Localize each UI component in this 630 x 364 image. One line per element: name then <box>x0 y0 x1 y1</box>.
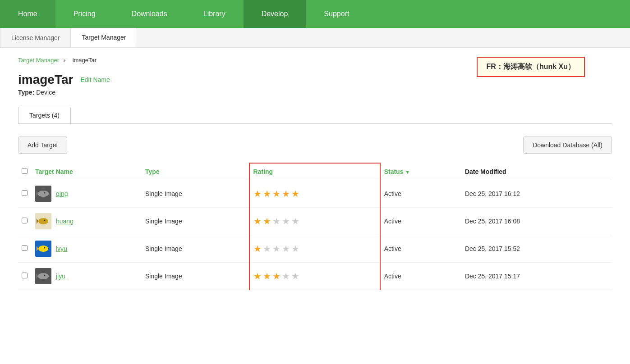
star-empty-icon[interactable]: ★ <box>263 243 271 254</box>
row-checkbox-cell <box>18 180 32 208</box>
target-status: Active <box>380 208 461 235</box>
star-filled-icon[interactable]: ★ <box>253 188 262 199</box>
svg-point-2 <box>44 192 46 194</box>
target-type: Single Image <box>142 180 249 208</box>
nav-downloads[interactable]: Downloads <box>114 0 185 28</box>
target-rating: ★★★★★ <box>249 235 380 263</box>
fr-annotation-box: FR：海涛高软（hunk Xu） <box>477 57 585 77</box>
star-filled-icon[interactable]: ★ <box>253 216 262 227</box>
target-type: Single Image <box>142 208 249 235</box>
status-sort-icon: ▼ <box>405 169 410 175</box>
star-empty-icon[interactable]: ★ <box>291 216 299 227</box>
star-filled-icon[interactable]: ★ <box>253 243 262 254</box>
subnav-target-manager[interactable]: Target Manager <box>71 28 137 47</box>
star-filled-icon[interactable]: ★ <box>272 188 281 199</box>
target-date-modified: Dec 25, 2017 16:08 <box>461 208 612 235</box>
row-checkbox[interactable] <box>22 245 28 251</box>
targets-table: Target Name Type Rating Status ▼ Date Mo… <box>18 163 612 290</box>
tab-targets[interactable]: Targets (4) <box>18 107 71 123</box>
svg-marker-4 <box>37 218 38 224</box>
svg-point-3 <box>38 218 48 224</box>
sub-navigation: License Manager Target Manager <box>0 28 630 48</box>
nav-home[interactable]: Home <box>0 0 55 28</box>
table-row: jiyuSingle Image★★★★★ActiveDec 25, 2017 … <box>18 263 612 290</box>
main-content: FR：海涛高软（hunk Xu） Target Manager › imageT… <box>0 48 630 299</box>
breadcrumb-current: imageTar <box>73 57 97 64</box>
row-checkbox-cell <box>18 235 32 263</box>
th-date-modified: Date Modified <box>461 163 612 180</box>
svg-marker-10 <box>37 273 38 279</box>
target-name-link[interactable]: qing <box>56 190 68 197</box>
target-name-link[interactable]: lvyu <box>56 245 67 252</box>
target-status: Active <box>380 180 461 208</box>
star-empty-icon[interactable]: ★ <box>291 271 299 282</box>
svg-point-5 <box>44 220 46 221</box>
nav-develop[interactable]: Develop <box>244 0 306 28</box>
star-filled-icon[interactable]: ★ <box>263 216 271 227</box>
target-status: Active <box>380 263 461 290</box>
target-type: Single Image <box>142 263 249 290</box>
target-name-link[interactable]: huang <box>56 218 74 225</box>
nav-pricing[interactable]: Pricing <box>55 0 114 28</box>
row-checkbox-cell <box>18 263 32 290</box>
target-rating: ★★★★★ <box>249 180 380 208</box>
type-value: Device <box>36 89 55 96</box>
star-filled-icon[interactable]: ★ <box>263 188 271 199</box>
target-date-modified: Dec 25, 2017 15:52 <box>461 235 612 263</box>
fr-text: FR：海涛高软（hunk Xu） <box>487 63 575 70</box>
page-title: imageTar <box>18 73 73 87</box>
th-type[interactable]: Type <box>142 163 249 180</box>
target-name-link[interactable]: jiyu <box>56 273 65 280</box>
row-checkbox[interactable] <box>22 218 28 223</box>
type-line: Type: Device <box>18 89 612 96</box>
download-database-button[interactable]: Download Database (All) <box>523 136 612 154</box>
star-filled-icon[interactable]: ★ <box>253 271 262 282</box>
select-all-checkbox[interactable] <box>22 168 28 174</box>
th-select-all[interactable] <box>18 163 32 180</box>
target-status: Active <box>380 235 461 263</box>
star-empty-icon[interactable]: ★ <box>272 216 281 227</box>
add-target-button[interactable]: Add Target <box>18 136 67 154</box>
target-rating: ★★★★★ <box>249 263 380 290</box>
row-checkbox-cell <box>18 208 32 235</box>
tabs-container: Targets (4) <box>18 107 612 124</box>
th-rating[interactable]: Rating <box>249 163 380 180</box>
edit-name-link[interactable]: Edit Name <box>80 76 110 83</box>
star-empty-icon[interactable]: ★ <box>291 243 299 254</box>
svg-marker-7 <box>37 246 38 251</box>
star-filled-icon[interactable]: ★ <box>272 271 281 282</box>
top-navigation: Home Pricing Downloads Library Develop S… <box>0 0 630 28</box>
type-label: Type: <box>18 89 34 96</box>
th-target-name[interactable]: Target Name <box>32 163 142 180</box>
table-row: qingSingle Image★★★★★ActiveDec 25, 2017 … <box>18 180 612 208</box>
breadcrumb-parent[interactable]: Target Manager <box>18 57 59 64</box>
star-filled-icon[interactable]: ★ <box>263 271 271 282</box>
row-checkbox[interactable] <box>22 273 28 278</box>
svg-marker-1 <box>37 191 38 196</box>
star-filled-icon[interactable]: ★ <box>282 188 290 199</box>
target-type: Single Image <box>142 235 249 263</box>
svg-point-11 <box>44 275 46 276</box>
target-rating: ★★★★★ <box>249 208 380 235</box>
svg-point-6 <box>38 246 48 252</box>
star-filled-icon[interactable]: ★ <box>291 188 299 199</box>
star-empty-icon[interactable]: ★ <box>282 271 290 282</box>
target-thumbnail <box>35 186 51 202</box>
th-status[interactable]: Status ▼ <box>380 163 461 180</box>
action-row: Add Target Download Database (All) <box>18 136 612 154</box>
target-thumbnail <box>35 268 51 284</box>
svg-point-0 <box>38 191 49 197</box>
table-row: lvyuSingle Image★★★★★ActiveDec 25, 2017 … <box>18 235 612 263</box>
star-empty-icon[interactable]: ★ <box>272 243 281 254</box>
star-empty-icon[interactable]: ★ <box>282 216 290 227</box>
nav-library[interactable]: Library <box>185 0 244 28</box>
target-date-modified: Dec 25, 2017 16:12 <box>461 180 612 208</box>
nav-support[interactable]: Support <box>306 0 367 28</box>
svg-point-8 <box>44 247 46 249</box>
target-date-modified: Dec 25, 2017 15:17 <box>461 263 612 290</box>
row-checkbox[interactable] <box>22 190 28 196</box>
subnav-license-manager[interactable]: License Manager <box>0 28 71 47</box>
svg-point-9 <box>38 273 49 279</box>
target-thumbnail <box>35 241 51 257</box>
star-empty-icon[interactable]: ★ <box>282 243 290 254</box>
